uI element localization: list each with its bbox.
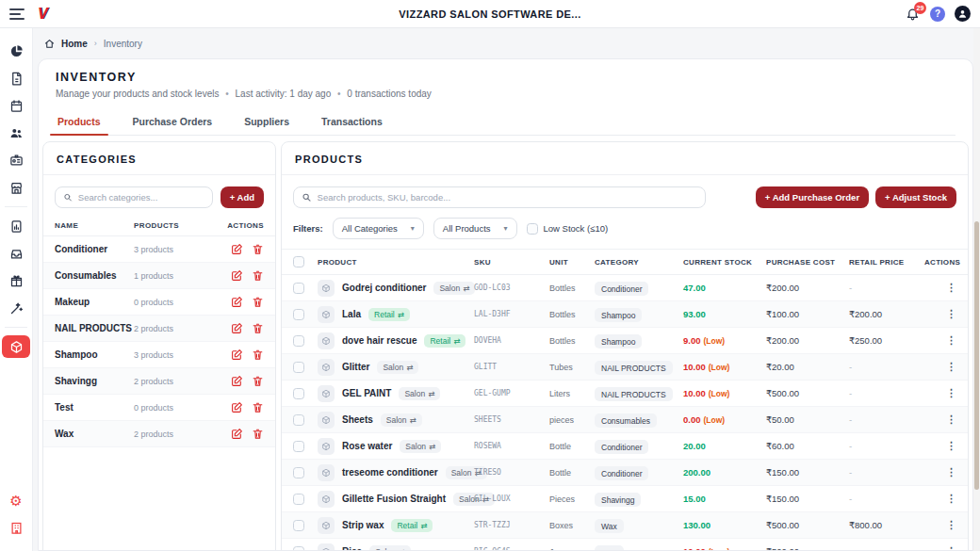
row-checkbox[interactable]: [293, 283, 304, 294]
row-checkbox[interactable]: [293, 388, 304, 399]
category-row[interactable]: Test 0 products: [43, 395, 275, 421]
help-button[interactable]: ?: [930, 7, 945, 22]
product-row[interactable]: Lala Retail⇄ LAL-D3HF Bottles Shampoo 93…: [282, 301, 968, 328]
row-actions-menu[interactable]: ⋮: [924, 282, 956, 294]
product-filter-select[interactable]: All Products ▾: [433, 218, 517, 239]
categories-search[interactable]: [55, 186, 213, 208]
delete-category-button[interactable]: [252, 428, 264, 440]
delete-category-button[interactable]: [252, 401, 264, 413]
category-row[interactable]: Makeup 0 products: [43, 289, 275, 316]
category-filter-select[interactable]: All Categories ▾: [333, 218, 424, 239]
delete-category-button[interactable]: [252, 269, 264, 282]
row-actions-menu[interactable]: ⋮: [924, 308, 956, 320]
row-checkbox[interactable]: [293, 414, 304, 426]
category-row[interactable]: Shampoo 3 products: [43, 342, 275, 368]
product-row[interactable]: Strip wax Retail⇄ STR-TZZJ Boxes Wax 130…: [282, 512, 968, 539]
row-actions-menu[interactable]: ⋮: [924, 545, 956, 551]
add-purchase-order-button[interactable]: + Add Purchase Order: [756, 186, 869, 208]
delete-category-button[interactable]: [252, 348, 264, 361]
category-row[interactable]: Consumables 1 products: [43, 263, 275, 289]
product-row[interactable]: Sheets Salon⇄ SHEETS pieces Consumables …: [282, 407, 968, 433]
sidebar-item-dashboard[interactable]: [3, 40, 29, 62]
row-actions-menu[interactable]: ⋮: [924, 361, 956, 373]
row-actions-menu[interactable]: ⋮: [924, 387, 956, 399]
row-checkbox[interactable]: [293, 494, 304, 505]
breadcrumb-home-link[interactable]: Home: [61, 39, 88, 49]
scrollbar-thumb[interactable]: [974, 221, 979, 490]
sidebar-item-business[interactable]: [3, 516, 29, 539]
low-stock-checkbox[interactable]: [527, 223, 538, 235]
row-checkbox[interactable]: [293, 362, 304, 373]
categories-search-input[interactable]: [78, 192, 204, 203]
sidebar-item-marketing[interactable]: [3, 297, 29, 319]
row-actions-menu[interactable]: ⋮: [924, 466, 956, 478]
products-search[interactable]: [293, 186, 706, 208]
adjust-stock-button[interactable]: + Adjust Stock: [875, 186, 956, 208]
row-checkbox[interactable]: [293, 441, 304, 452]
product-row[interactable]: GEL PAINT Salon⇄ GEL-GUMP Liters NAIL PR…: [282, 381, 968, 407]
row-actions-menu[interactable]: ⋮: [924, 334, 956, 347]
product-name: Sheets: [342, 414, 373, 425]
delete-category-button[interactable]: [252, 322, 264, 334]
notifications-button[interactable]: 29: [904, 6, 921, 23]
row-actions-menu[interactable]: ⋮: [924, 493, 956, 505]
sidebar-item-calendar[interactable]: [3, 94, 29, 117]
tab-suppliers[interactable]: Suppliers: [242, 112, 291, 135]
sidebar-item-settings[interactable]: ⚙: [3, 489, 29, 511]
product-row[interactable]: Glitter Salon⇄ GLITT Tubes NAIL PRODUCTS…: [282, 354, 968, 381]
tab-products[interactable]: Products: [56, 112, 103, 135]
delete-category-button[interactable]: [252, 296, 264, 308]
add-category-button[interactable]: + Add: [220, 186, 264, 208]
row-actions-menu[interactable]: ⋮: [924, 413, 956, 426]
hamburger-menu-icon[interactable]: [9, 8, 24, 20]
vertical-scrollbar[interactable]: [973, 28, 980, 551]
edit-category-button[interactable]: [231, 375, 243, 387]
product-row[interactable]: Rica Salon⇄ RIC-OC4S Jars Wax 10.00(Low)…: [282, 539, 968, 551]
sidebar-item-reports[interactable]: [3, 215, 29, 237]
product-unit: Jars: [549, 547, 595, 551]
sidebar-item-staff[interactable]: [3, 122, 29, 144]
row-checkbox[interactable]: [293, 546, 304, 551]
tab-transactions[interactable]: Transactions: [319, 112, 384, 135]
row-checkbox[interactable]: [293, 467, 304, 478]
row-checkbox[interactable]: [293, 335, 304, 347]
filters-row: Filters: All Categories ▾ All Products ▾…: [282, 216, 968, 250]
row-actions-menu[interactable]: ⋮: [924, 440, 956, 452]
sidebar-item-gift-cards[interactable]: [3, 269, 29, 292]
sidebar-item-inventory-active[interactable]: [2, 335, 30, 358]
brand-logo[interactable]: V: [38, 6, 47, 23]
row-checkbox[interactable]: [293, 309, 304, 320]
product-row[interactable]: dove hair rescue Retail⇄ DOVEHA Bottles …: [282, 328, 968, 354]
edit-category-button[interactable]: [231, 243, 243, 255]
product-sku: LAL-D3HF: [474, 310, 549, 318]
product-retail-price: -: [849, 494, 924, 504]
package-icon: [321, 442, 331, 451]
sidebar-item-inbox[interactable]: [3, 242, 29, 265]
category-row[interactable]: Conditioner 3 products: [43, 236, 275, 263]
product-row[interactable]: treseome conditioner Salon⇄ TIRESO Bottl…: [282, 460, 968, 486]
row-actions-menu[interactable]: ⋮: [924, 519, 956, 531]
edit-category-button[interactable]: [231, 322, 243, 334]
product-row[interactable]: Gillette Fusion Straight Salon⇄ GIL-LOUX…: [282, 486, 968, 512]
row-checkbox[interactable]: [293, 520, 304, 531]
category-row[interactable]: Wax 2 products: [43, 421, 275, 447]
select-all-checkbox[interactable]: [293, 256, 304, 267]
edit-category-button[interactable]: [231, 348, 243, 361]
category-row[interactable]: NAIL PRODUCTS 2 products: [43, 316, 275, 342]
category-product-count: 0 products: [134, 298, 215, 307]
delete-category-button[interactable]: [252, 375, 264, 387]
edit-category-button[interactable]: [231, 296, 243, 308]
products-search-input[interactable]: [318, 192, 697, 203]
sidebar-item-invoices[interactable]: [3, 67, 29, 89]
delete-category-button[interactable]: [252, 243, 264, 255]
product-row[interactable]: Rose water Salon⇄ ROSEWA Bottle Conditio…: [282, 433, 968, 460]
user-avatar[interactable]: [955, 6, 971, 22]
edit-category-button[interactable]: [231, 428, 243, 440]
product-row[interactable]: Godrej conditioner Salon⇄ GOD-LC03 Bottl…: [282, 275, 968, 301]
edit-category-button[interactable]: [231, 401, 243, 413]
tab-purchase-orders[interactable]: Purchase Orders: [131, 112, 215, 135]
category-row[interactable]: Shavingg 2 products: [43, 368, 275, 395]
sidebar-item-store[interactable]: [3, 176, 29, 199]
sidebar-item-memberships[interactable]: [3, 149, 29, 171]
edit-category-button[interactable]: [231, 269, 243, 282]
